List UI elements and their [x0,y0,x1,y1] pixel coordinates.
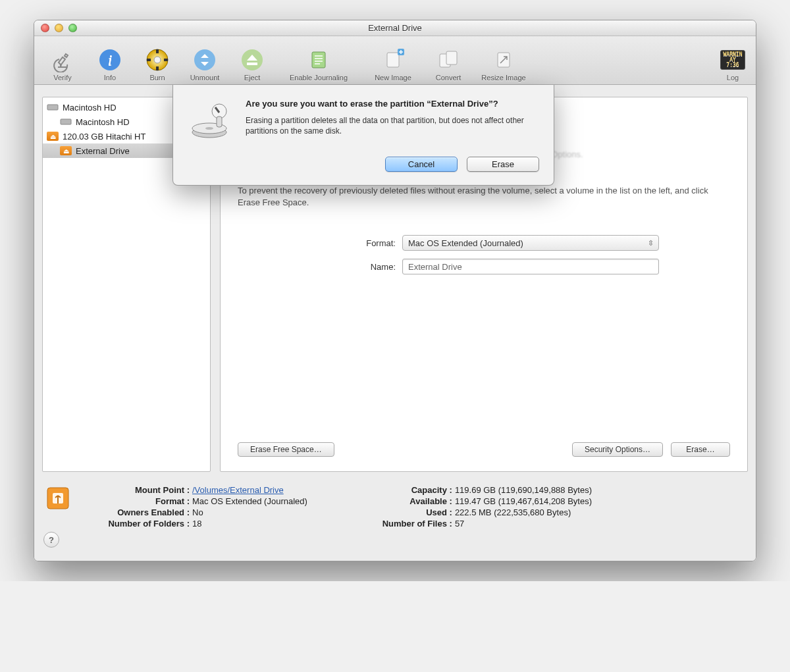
format-select[interactable]: Mac OS Extended (Journaled) [402,235,659,251]
footer-right-column: Capacity : 119.69 GB (119,690,149,888 By… [347,485,592,529]
svg-point-18 [205,127,213,130]
svg-rect-7 [387,53,399,67]
security-options-button[interactable]: Security Options… [572,442,663,457]
unmount-icon [192,47,217,72]
log-button[interactable]: WARNINAY 7:36 Log [716,47,749,82]
eject-icon [240,47,265,72]
footer-icons: ? [43,484,75,548]
name-input-value: External Drive [408,262,462,272]
log-icon: WARNINAY 7:36 [720,47,745,72]
instruction-text: To prevent the recovery of previously de… [238,185,730,209]
svg-rect-20 [217,116,222,127]
info-button[interactable]: i Info [88,47,132,82]
dialog-erase-button[interactable]: Erase [467,157,539,172]
toolbar-label: Unmount [190,74,220,82]
toolbar-label: Burn [149,74,165,82]
toolbar-label: Resize Image [481,74,525,82]
name-label: Name: [238,262,402,272]
svg-rect-10 [446,51,457,65]
toolbar-label: Info [104,74,116,82]
convert-icon [436,47,461,72]
verify-button[interactable]: Verify [41,47,84,82]
help-button[interactable]: ? [43,532,59,548]
info-icon: i [97,47,122,72]
sidebar-item-label: 120.03 GB Hitachi HT [63,132,145,142]
journaling-icon [306,47,331,72]
used-value: 222.5 MB (222,535,680 Bytes) [455,507,592,517]
erase-button-row: Erase Free Space… Security Options… Eras… [238,442,730,457]
window-title: External Drive [34,23,756,33]
resize-icon [491,47,516,72]
footer-left-column: Mount Point : /Volumes/External Drive Fo… [84,485,307,529]
microscope-icon [50,47,75,72]
toolbar-label: Enable Journaling [290,74,348,82]
usb-drive-icon: ⏏ [60,146,72,155]
capacity-value: 119.69 GB (119,690,149,888 Bytes) [455,485,592,495]
format-key: Format : [84,496,190,506]
svg-point-3 [154,57,161,63]
dialog-body: Erasing a partition deletes all the data… [246,115,539,138]
files-key: Number of Files : [347,519,452,529]
eject-button[interactable]: Eject [230,47,274,82]
owners-enabled-key: Owners Enabled : [84,507,190,517]
usb-volume-icon [43,484,72,513]
format-select-value: Mac OS Extended (Journaled) [408,238,523,248]
svg-point-4 [194,49,215,70]
svg-text:i: i [108,51,113,68]
mount-point-key: Mount Point : [84,485,190,495]
svg-rect-6 [312,52,325,68]
info-footer: ? Mount Point : /Volumes/External Drive … [34,477,756,561]
toolbar-label: Convert [436,74,461,82]
available-value: 119.47 GB (119,467,614,208 Bytes) [455,496,592,506]
svg-rect-12 [47,105,58,110]
unmount-button[interactable]: Unmount [183,47,226,82]
used-key: Used : [347,507,452,517]
sidebar-item-label: External Drive [76,146,130,156]
format-label: Format: [238,238,402,248]
toolbar-label: New Image [375,74,411,82]
new-image-button[interactable]: New Image [363,47,423,82]
convert-button[interactable]: Convert [427,47,470,82]
toolbar-label: Eject [244,74,260,82]
burn-icon [145,47,170,72]
disk-utility-app-icon [188,98,234,146]
resize-image-button[interactable]: Resize Image [474,47,533,82]
burn-button[interactable]: Burn [136,47,179,82]
owners-enabled-value: No [192,507,307,517]
toolbar: Verify i Info Burn Unmount Eject [34,36,756,85]
mount-point-link[interactable]: /Volumes/External Drive [192,485,284,495]
hard-drive-icon [60,117,72,126]
titlebar: External Drive [34,20,756,36]
format-value: Mac OS Extended (Journaled) [192,496,307,506]
toolbar-label: Verify [53,74,72,82]
dialog-heading: Are you sure you want to erase the parti… [246,98,539,110]
files-value: 57 [455,519,592,529]
toolbar-label: Log [727,74,739,82]
sidebar-item-label: Macintosh HD [63,103,117,113]
dialog-cancel-button[interactable]: Cancel [385,157,458,172]
enable-journaling-button[interactable]: Enable Journaling [278,47,359,82]
folders-key: Number of Folders : [84,519,190,529]
new-image-icon [381,47,406,72]
available-key: Available : [347,496,452,506]
sidebar-item-label: Macintosh HD [76,117,130,127]
usb-drive-icon: ⏏ [47,132,59,141]
disk-utility-window: External Drive Verify i Info Burn Unmoun [34,20,756,561]
name-input[interactable]: External Drive [402,259,659,274]
erase-confirmation-dialog: Are you sure you want to erase the parti… [172,85,554,186]
capacity-key: Capacity : [347,485,452,495]
erase-free-space-button[interactable]: Erase Free Space… [238,442,334,457]
erase-button[interactable]: Erase… [671,442,730,457]
svg-rect-13 [61,119,71,124]
folders-value: 18 [192,519,307,529]
hard-drive-icon [47,103,59,112]
